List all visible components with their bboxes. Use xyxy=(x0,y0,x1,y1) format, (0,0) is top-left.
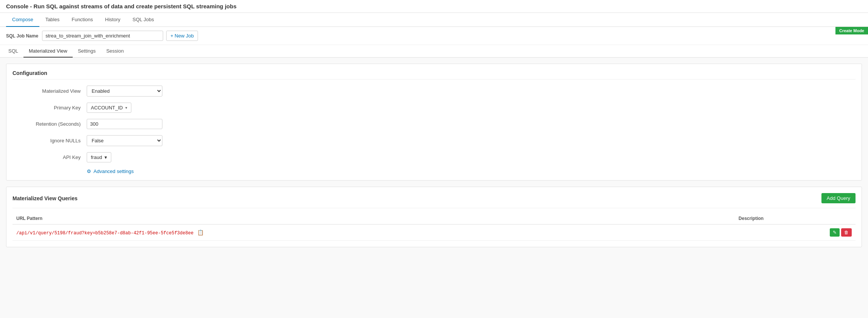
nav-tabs: Compose Tables Functions History SQL Job… xyxy=(0,13,868,27)
edit-button[interactable]: ✎ xyxy=(830,228,840,237)
primary-key-label: Primary Key xyxy=(12,105,81,111)
main-content: Configuration Materialized View Enabled … xyxy=(0,58,868,318)
retention-input[interactable] xyxy=(87,119,162,129)
retention-row: Retention (Seconds) xyxy=(12,119,856,129)
table-header-row: URL Pattern Description xyxy=(12,213,856,224)
retention-label: Retention (Seconds) xyxy=(12,121,81,127)
api-key-row: API Key fraud ▾ xyxy=(12,152,856,162)
ignore-nulls-label: Ignore NULLs xyxy=(12,138,81,143)
advanced-settings-link[interactable]: ⚙ Advanced settings xyxy=(87,168,856,174)
queries-section: Materialized View Queries Add Query URL … xyxy=(6,187,862,247)
tab-functions[interactable]: Functions xyxy=(65,13,99,27)
toolbar: SQL Job Name + New Job Create Mode xyxy=(0,27,868,45)
new-job-button[interactable]: + New Job xyxy=(166,31,198,41)
configuration-title: Configuration xyxy=(12,70,856,80)
app-title: Console - Run SQL against streams of dat… xyxy=(6,3,237,9)
app-subtitle: - Run SQL against streams of data and cr… xyxy=(28,3,237,9)
sql-job-label: SQL Job Name xyxy=(6,33,38,39)
query-table: URL Pattern Description /api/v1/query/51… xyxy=(12,213,856,241)
queries-title: Materialized View Queries xyxy=(12,195,78,201)
add-query-button[interactable]: Add Query xyxy=(821,193,856,203)
api-key-caret-icon: ▾ xyxy=(104,154,107,160)
api-key-label: API Key xyxy=(12,154,81,160)
primary-key-row: Primary Key ACCOUNT_ID ▾ xyxy=(12,103,856,113)
tab-compose[interactable]: Compose xyxy=(6,13,39,27)
col-description: Description xyxy=(735,213,856,224)
ignore-nulls-row: Ignore NULLs False True xyxy=(12,135,856,146)
configuration-section: Configuration Materialized View Enabled … xyxy=(6,64,862,181)
sub-tab-session[interactable]: Session xyxy=(101,45,129,58)
row-actions: ✎ 🗑 xyxy=(739,228,852,237)
url-pattern-value: /api/v1/query/5198/fraud?key=b5b258e7-d8… xyxy=(16,231,193,236)
tab-sql-jobs[interactable]: SQL Jobs xyxy=(126,13,160,27)
app-name: Console xyxy=(6,3,28,9)
description-cell: ✎ 🗑 xyxy=(735,224,856,241)
tab-tables[interactable]: Tables xyxy=(39,13,66,27)
materialized-view-row: Materialized View Enabled Disabled xyxy=(12,86,856,97)
sub-tab-materialized-view[interactable]: Materialized View xyxy=(23,45,73,58)
table-row: /api/v1/query/5198/fraud?key=b5b258e7-d8… xyxy=(12,224,856,241)
delete-icon: 🗑 xyxy=(844,230,849,235)
sub-tab-sql[interactable]: SQL xyxy=(6,45,23,58)
primary-key-caret-icon: ▾ xyxy=(125,106,127,110)
api-key-button[interactable]: fraud ▾ xyxy=(87,152,111,162)
tab-history[interactable]: History xyxy=(99,13,126,27)
create-mode-badge: Create Mode xyxy=(835,27,868,34)
primary-key-button[interactable]: ACCOUNT_ID ▾ xyxy=(87,103,131,113)
sub-tab-settings[interactable]: Settings xyxy=(73,45,101,58)
col-url-pattern: URL Pattern xyxy=(12,213,735,224)
advanced-settings-label: Advanced settings xyxy=(94,168,134,174)
materialized-view-label: Materialized View xyxy=(12,88,81,94)
api-key-value: fraud xyxy=(91,154,102,160)
delete-button[interactable]: 🗑 xyxy=(841,228,852,237)
gear-icon: ⚙ xyxy=(87,168,91,174)
sub-tabs: SQL Materialized View Settings Session xyxy=(0,45,868,58)
materialized-view-select[interactable]: Enabled Disabled xyxy=(87,86,162,97)
ignore-nulls-select[interactable]: False True xyxy=(87,135,162,146)
url-pattern-cell: /api/v1/query/5198/fraud?key=b5b258e7-d8… xyxy=(12,224,735,241)
app-header: Console - Run SQL against streams of dat… xyxy=(0,0,868,13)
sql-job-input[interactable] xyxy=(42,31,163,41)
edit-icon: ✎ xyxy=(833,230,837,235)
primary-key-value: ACCOUNT_ID xyxy=(91,105,123,111)
copy-icon[interactable]: 📋 xyxy=(197,229,204,235)
queries-header: Materialized View Queries Add Query xyxy=(12,193,856,208)
